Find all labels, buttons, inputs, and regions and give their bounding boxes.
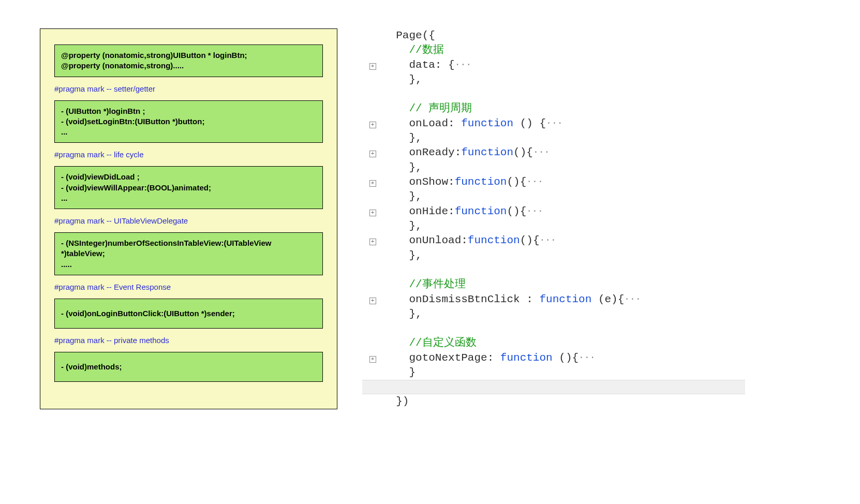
code-text: onShow:function(){··· xyxy=(383,175,543,189)
code-line: - (void)setLoginBtn:(UIButton *)button; xyxy=(61,116,316,127)
code-text: gotoNextPage: function (){··· xyxy=(383,351,596,365)
pragma-event-response: #pragma mark -- Event Response xyxy=(54,283,323,291)
code-text: onLoad: function () {··· xyxy=(383,116,563,131)
fold-icon[interactable]: + xyxy=(369,151,376,157)
fold-icon[interactable]: + xyxy=(369,210,376,216)
code-line: @property (nonatomic,strong)UIButton * l… xyxy=(61,50,316,61)
pragma-private-methods: #pragma mark -- private methods xyxy=(54,336,323,345)
code-comment: // 声明周期 xyxy=(383,101,472,116)
code-text: }, xyxy=(383,219,422,233)
property-block: @property (nonatomic,strong)UIButton * l… xyxy=(54,45,323,77)
fold-icon[interactable]: + xyxy=(369,122,376,128)
objc-structure-panel: @property (nonatomic,strong)UIButton * l… xyxy=(40,28,337,409)
code-line: ... xyxy=(61,127,316,137)
code-text: }, xyxy=(383,248,422,263)
pragma-life-cycle: #pragma mark -- life cycle xyxy=(54,150,323,159)
cursor-line[interactable] xyxy=(362,380,745,394)
fold-icon[interactable]: + xyxy=(369,356,376,363)
fold-icon[interactable]: + xyxy=(369,298,376,304)
code-text: }, xyxy=(383,307,422,321)
pragma-table-delegate: #pragma mark -- UITableViewDelegate xyxy=(54,216,323,225)
code-text: }, xyxy=(383,189,422,204)
code-text: onHide:function(){··· xyxy=(383,204,543,219)
table-delegate-block: - (NSInteger)numberOfSectionsInTableView… xyxy=(54,232,323,275)
code-text: onReady:function(){··· xyxy=(383,145,550,160)
wx-page-code-panel: Page({ //数据 + data: {··· }, // 声明周期 + on… xyxy=(362,28,745,409)
code-text: onUnload:function(){··· xyxy=(383,233,556,248)
code-line: - (void)onLoginButtonClick:(UIButton *)s… xyxy=(61,308,316,319)
code-text: data: {··· xyxy=(383,58,471,72)
code-text: } xyxy=(383,365,416,380)
code-text: onDismissBtnClick : function (e){··· xyxy=(383,292,641,307)
code-comment: //事件处理 xyxy=(383,277,466,292)
code-line: - (NSInteger)numberOfSectionsInTableView… xyxy=(61,238,316,259)
code-text: }) xyxy=(383,394,409,409)
code-line: ..... xyxy=(61,259,316,270)
code-line: - (void)viewWillAppear:(BOOL)animated; xyxy=(61,183,316,193)
setter-getter-block: - (UIButton *)loginBtn ; - (void)setLogi… xyxy=(54,100,323,143)
fold-icon[interactable]: + xyxy=(369,63,376,70)
code-text: }, xyxy=(383,131,422,145)
code-text: Page({ xyxy=(383,28,435,43)
fold-icon[interactable]: + xyxy=(369,239,376,245)
life-cycle-block: - (void)viewDidLoad ; - (void)viewWillAp… xyxy=(54,166,323,209)
event-response-block: - (void)onLoginButtonClick:(UIButton *)s… xyxy=(54,299,323,329)
code-line: ... xyxy=(61,193,316,203)
code-text: }, xyxy=(383,72,422,87)
fold-icon[interactable]: + xyxy=(369,180,376,187)
code-comment: //自定义函数 xyxy=(383,336,477,350)
code-comment: //数据 xyxy=(383,43,444,57)
code-line: - (UIButton *)loginBtn ; xyxy=(61,106,316,116)
code-text: }, xyxy=(383,160,422,175)
pragma-setter-getter: #pragma mark -- setter/getter xyxy=(54,84,323,93)
code-line: - (void)methods; xyxy=(61,362,316,372)
private-methods-block: - (void)methods; xyxy=(54,352,323,382)
code-line: @property (nonatomic,strong)..... xyxy=(61,61,316,71)
code-line: - (void)viewDidLoad ; xyxy=(61,172,316,182)
